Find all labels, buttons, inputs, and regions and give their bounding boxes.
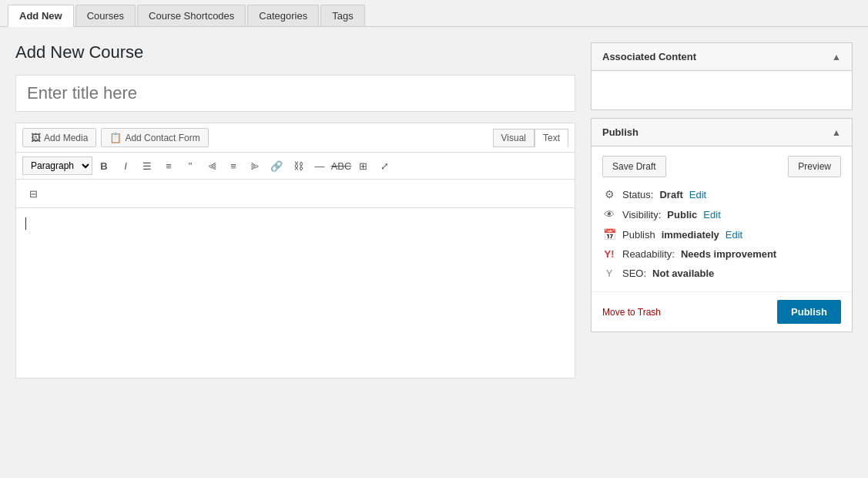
- status-label: Status:: [622, 189, 653, 200]
- move-to-trash-link[interactable]: Move to Trash: [602, 307, 661, 318]
- add-media-button[interactable]: Add Media: [22, 128, 96, 147]
- more-button[interactable]: —: [310, 156, 330, 176]
- status-edit-link[interactable]: Edit: [689, 189, 706, 200]
- blockquote-button[interactable]: ": [180, 156, 200, 176]
- publish-footer: Move to Trash Publish: [592, 291, 852, 332]
- tab-add-new[interactable]: Add New: [8, 5, 74, 27]
- form-icon: [109, 132, 122, 143]
- status-icon: ⚙: [602, 188, 616, 200]
- format-toolbar: Paragraph B I ☰ ≡ " ⫷ ≡ ⫸ 🔗 ⛓ — ABC ⊞ ⤢: [16, 153, 575, 180]
- visibility-label: Visibility:: [622, 209, 661, 220]
- editor-top-bar: Add Media Add Contact Form Visual Text: [16, 123, 575, 153]
- align-right-button[interactable]: ⫸: [245, 156, 265, 176]
- save-draft-button[interactable]: Save Draft: [602, 156, 666, 177]
- table-insert-button[interactable]: ⊟: [22, 183, 44, 204]
- italic-button[interactable]: I: [116, 156, 136, 176]
- visibility-row: 👁 Visibility: Public Edit: [602, 208, 841, 220]
- preview-button[interactable]: Preview: [788, 156, 841, 177]
- visibility-icon: 👁: [602, 208, 616, 220]
- associated-content-body: [592, 71, 852, 109]
- seo-label: SEO:: [622, 268, 646, 279]
- tab-courses[interactable]: Courses: [75, 5, 136, 26]
- spellcheck-button[interactable]: ABC: [331, 156, 351, 176]
- visibility-edit-link[interactable]: Edit: [703, 209, 720, 220]
- right-column: Associated Content ▲ Publish ▲ Save Draf…: [591, 42, 853, 332]
- readability-icon: Y!: [602, 248, 616, 260]
- publish-panel-body: Save Draft Preview ⚙ Status: Draft Edit …: [592, 146, 852, 288]
- second-toolbar: ⊟: [16, 180, 575, 208]
- title-input[interactable]: [15, 75, 575, 112]
- seo-value: Not available: [652, 268, 714, 279]
- page-wrapper: Add New Courses Course Shortcodes Catego…: [0, 0, 868, 478]
- tab-tags[interactable]: Tags: [320, 5, 364, 26]
- publish-timing: immediately: [662, 229, 719, 241]
- align-center-button[interactable]: ≡: [223, 156, 243, 176]
- editor-body[interactable]: [16, 208, 575, 378]
- calendar-icon: 📅: [602, 228, 616, 241]
- associated-content-header: Associated Content ▲: [592, 43, 852, 71]
- associated-content-panel: Associated Content ▲: [591, 42, 853, 110]
- associated-content-title: Associated Content: [602, 51, 696, 62]
- readability-row: Y! Readability: Needs improvement: [602, 248, 841, 260]
- readability-label: Readability:: [622, 248, 675, 260]
- unordered-list-button[interactable]: ☰: [137, 156, 157, 176]
- left-column: Add New Course Add Media Add Contact For…: [15, 42, 575, 379]
- add-contact-form-button[interactable]: Add Contact Form: [101, 128, 208, 147]
- publish-time-label: Publish: [622, 229, 655, 241]
- text-cursor: [25, 217, 26, 230]
- visibility-value: Public: [667, 209, 697, 220]
- unlink-button[interactable]: ⛓: [288, 156, 308, 176]
- publish-info: ⚙ Status: Draft Edit 👁 Visibility: Publi…: [602, 188, 841, 279]
- tab-course-shortcodes[interactable]: Course Shortcodes: [137, 5, 246, 26]
- link-button[interactable]: 🔗: [266, 156, 287, 176]
- visual-tab[interactable]: Visual: [493, 129, 535, 147]
- fullscreen-button[interactable]: ⤢: [374, 156, 394, 176]
- readability-value: Needs improvement: [681, 248, 776, 260]
- seo-row: Y SEO: Not available: [602, 268, 841, 279]
- page-title: Add New Course: [15, 42, 575, 62]
- add-media-label: Add Media: [44, 133, 88, 143]
- publish-panel-header: Publish ▲: [592, 119, 852, 146]
- status-row: ⚙ Status: Draft Edit: [602, 188, 841, 200]
- align-left-button[interactable]: ⫷: [202, 156, 222, 176]
- paragraph-select[interactable]: Paragraph: [22, 157, 92, 175]
- text-tab[interactable]: Text: [535, 129, 568, 147]
- media-icon: [31, 132, 41, 143]
- ordered-list-button[interactable]: ≡: [159, 156, 179, 176]
- associated-content-chevron[interactable]: ▲: [832, 52, 841, 62]
- publish-time-edit-link[interactable]: Edit: [726, 229, 742, 241]
- top-tabs: Add New Courses Course Shortcodes Catego…: [0, 0, 868, 27]
- tab-categories[interactable]: Categories: [247, 5, 319, 26]
- publish-actions: Save Draft Preview: [602, 156, 841, 177]
- publish-time-row: 📅 Publish immediately Edit: [602, 228, 841, 241]
- add-contact-label: Add Contact Form: [125, 133, 199, 143]
- table-button[interactable]: ⊞: [353, 156, 373, 176]
- visual-text-tabs: Visual Text: [493, 129, 568, 147]
- seo-icon: Y: [602, 268, 616, 279]
- publish-panel: Publish ▲ Save Draft Preview ⚙ Status: D…: [591, 118, 853, 332]
- publish-panel-chevron[interactable]: ▲: [832, 127, 841, 138]
- bold-button[interactable]: B: [94, 156, 114, 176]
- editor-container: Add Media Add Contact Form Visual Text P…: [15, 123, 575, 379]
- publish-panel-title: Publish: [602, 126, 638, 138]
- publish-button[interactable]: Publish: [777, 300, 841, 324]
- status-value: Draft: [659, 189, 682, 200]
- main-content: Add New Course Add Media Add Contact For…: [0, 27, 868, 394]
